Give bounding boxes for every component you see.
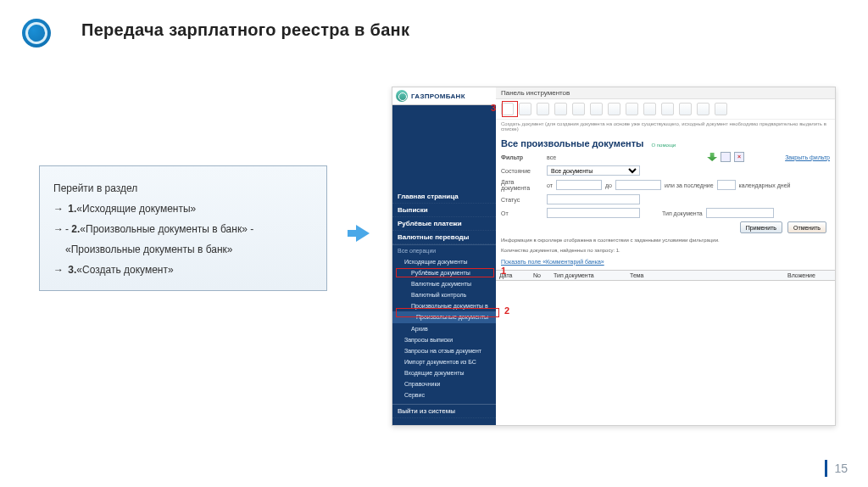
sidebar-item-statements[interactable]: Выписки xyxy=(392,204,496,217)
toolbar-icon[interactable] xyxy=(626,103,638,115)
section-title: Все произвольные документы О помощи xyxy=(496,133,835,150)
col-no: No xyxy=(530,271,550,280)
page-number: 15 xyxy=(834,462,848,475)
status-input[interactable] xyxy=(547,194,640,204)
sidebar-item[interactable]: Входящие документы xyxy=(392,367,496,378)
state-select[interactable]: Все документы xyxy=(547,165,640,176)
sidebar-item-outgoing[interactable]: Исходящие документы xyxy=(392,256,496,267)
sidebar-item-home[interactable]: Главная страница xyxy=(392,190,496,204)
col-attach: Вложение xyxy=(784,271,835,280)
sidebar-item[interactable]: Рублёвые документы xyxy=(392,267,496,278)
col-type: Тип документа xyxy=(550,271,626,280)
sidebar-item[interactable]: Валютные документы xyxy=(392,278,496,289)
close-filter-link[interactable]: Закрыть фильтр xyxy=(785,154,830,160)
from-label: От xyxy=(501,210,543,216)
toolbar-icon[interactable] xyxy=(679,103,692,115)
toolbar-icon[interactable] xyxy=(643,103,656,115)
callout-number-1: 1 xyxy=(501,266,506,276)
toolbar-icon[interactable] xyxy=(608,103,620,115)
sidebar-ops-header: Все операции xyxy=(392,244,496,256)
doctype-input[interactable] xyxy=(706,208,774,218)
brand-logo-icon xyxy=(396,90,408,102)
instructions-heading: Перейти в раздел xyxy=(53,178,313,199)
info-line: Количество документов, найденных по запр… xyxy=(496,245,835,255)
slide-logo xyxy=(22,19,51,48)
toolbar-icon[interactable] xyxy=(537,103,549,115)
cancel-button[interactable]: Отменить xyxy=(787,221,826,233)
toolbar-icon[interactable] xyxy=(572,103,585,115)
sidebar-logout[interactable]: Выйти из системы xyxy=(392,404,496,418)
doctype-label: Тип документа xyxy=(662,210,703,216)
content-panel: Панель инструментов Создать документ (дл… xyxy=(496,87,835,425)
date-from-input[interactable] xyxy=(556,180,602,190)
col-subject: Тема xyxy=(626,271,784,280)
state-label: Состояние xyxy=(501,168,543,174)
toolbar-label: Панель инструментов xyxy=(496,87,835,99)
callout-number-3: 3 xyxy=(491,103,496,113)
sidebar-item[interactable]: Запросы выписки xyxy=(392,334,496,345)
sidebar-item-arb-docs-bank[interactable]: Произвольные документы xyxy=(392,311,496,322)
sidebar-item-arb-docs[interactable]: Произвольные документы в xyxy=(392,300,496,311)
sidebar-item[interactable]: Сервис xyxy=(392,389,496,400)
refresh-filter-icon[interactable] xyxy=(721,152,731,162)
filter-value: все xyxy=(547,154,556,160)
instruction-line: →- 2.«Произвольные документы в банк» - xyxy=(53,219,313,239)
status-label: Статус xyxy=(501,197,543,203)
new-doc-icon[interactable] xyxy=(501,103,514,115)
days-input[interactable] xyxy=(717,180,736,190)
table-header: Дата No Тип документа Тема Вложение xyxy=(496,270,835,281)
sidebar: ГАЗПРОМБАНК Главная страница Выписки Руб… xyxy=(392,87,496,425)
sidebar-item-fx[interactable]: Валютные переводы xyxy=(392,231,496,244)
show-comment-link[interactable]: Показать поле «Комментарий банка» xyxy=(501,259,604,265)
slide-title: Передача зарплатного реестра в банк xyxy=(81,20,409,40)
filter-label: Фильтр xyxy=(501,154,543,160)
sidebar-item[interactable]: Валютный контроль xyxy=(392,289,496,300)
toolbar xyxy=(496,99,835,120)
sidebar-item-rub[interactable]: Рублёвые платежи xyxy=(392,217,496,231)
instruction-line: «Произвольные документы в банк» xyxy=(53,239,313,260)
instruction-line: → 3.«Создать документ» xyxy=(53,260,313,280)
toolbar-icon[interactable] xyxy=(697,103,709,115)
toolbar-icon[interactable] xyxy=(519,103,531,115)
from-input[interactable] xyxy=(547,208,640,218)
sidebar-item[interactable]: Архив xyxy=(392,323,496,334)
print-icon[interactable] xyxy=(661,103,674,115)
pointer-arrow-icon xyxy=(356,225,370,242)
apply-button[interactable]: Применить xyxy=(740,221,782,233)
instruction-line: → 1.«Исходящие документы» xyxy=(53,199,313,219)
date-label: Дата документа xyxy=(501,179,543,191)
app-screenshot: ГАЗПРОМБАНК Главная страница Выписки Руб… xyxy=(392,87,836,426)
help-link[interactable]: О помощи xyxy=(652,143,676,148)
sidebar-item[interactable]: Импорт документов из БС xyxy=(392,356,496,367)
sidebar-item[interactable]: Запросы на отзыв документ xyxy=(392,345,496,356)
refresh-icon[interactable] xyxy=(715,103,727,115)
brand: ГАЗПРОМБАНК xyxy=(392,87,496,105)
callout-number-2: 2 xyxy=(504,305,509,316)
clear-filter-icon[interactable]: × xyxy=(734,152,744,162)
toolbar-hint: Создать документ (для создания документа… xyxy=(496,120,835,133)
sidebar-item[interactable]: Справочники xyxy=(392,378,496,389)
brand-name: ГАЗПРОМБАНК xyxy=(411,92,465,100)
page-accent-bar xyxy=(825,460,827,477)
toolbar-icon[interactable] xyxy=(554,103,567,115)
info-line: Информация в скроллере отображена в соот… xyxy=(496,235,835,245)
instructions-box: Перейти в раздел → 1.«Исходящие документ… xyxy=(39,165,327,291)
date-to-input[interactable] xyxy=(615,180,661,190)
toolbar-icon[interactable] xyxy=(590,103,603,115)
download-icon[interactable] xyxy=(707,153,717,161)
